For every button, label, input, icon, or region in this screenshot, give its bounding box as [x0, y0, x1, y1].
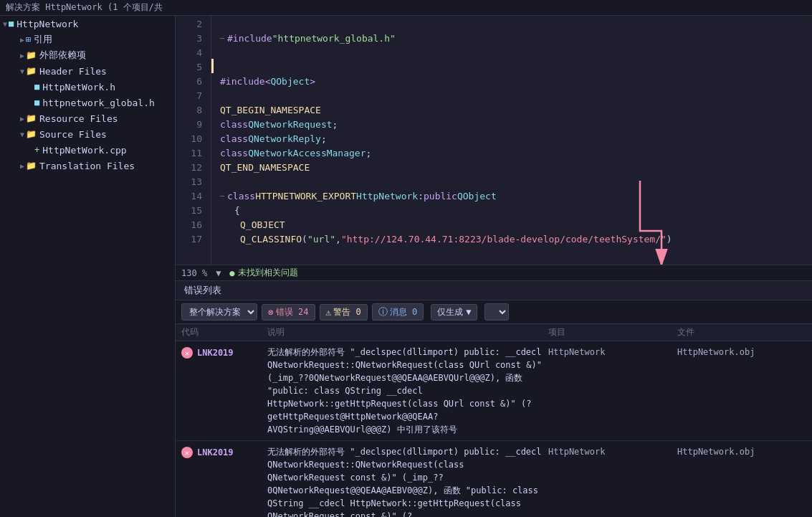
sidebar-item-external-deps[interactable]: ▶ 📁 外部依赖项	[0, 47, 175, 63]
code-line-2	[220, 17, 812, 32]
code-paren-17: (	[302, 232, 307, 247]
error-code-2: ✕ LNK2019	[181, 445, 267, 458]
code-line-15: {	[220, 204, 812, 218]
project-icon: ■	[9, 19, 14, 29]
code-line-7	[220, 89, 812, 103]
collapse-btn-3[interactable]: ─	[220, 32, 224, 46]
sidebar-label-refs: 引用	[34, 33, 52, 46]
sidebar-item-refs[interactable]: ▶ ⊞ 引用	[0, 32, 175, 47]
error-table[interactable]: 代码 说明 项目 文件 ✕ LNK2019 无法解析的外部符号 "_declsp…	[176, 324, 812, 517]
code-include-6: #include	[220, 75, 265, 89]
code-kw-14: class	[227, 189, 255, 204]
line-num-10: 10	[176, 132, 202, 146]
error-badge-warnings[interactable]: ⚠ 警告 0	[320, 304, 368, 321]
expand-icon-sources: ▼	[20, 131, 24, 138]
line-numbers: 2 3 4 5 6 7 8 9 10 11 12 13 14 15 16 17	[176, 16, 211, 265]
code-line-9: class QNetworkRequest;	[220, 118, 812, 132]
build-only-label: 仅生成	[437, 306, 463, 318]
editor-area: 2 3 4 5 6 7 8 9 10 11 12 13 14 15 16 17	[176, 16, 812, 517]
error-badge-errors[interactable]: ⊗ 错误 24	[262, 304, 315, 321]
line-num-7: 7	[176, 89, 202, 103]
line-num-4: 4	[176, 46, 202, 60]
sidebar-item-translation-files[interactable]: ▶ 📁 Translation Files	[0, 158, 175, 174]
code-macro-8: QT_BEGIN_NAMESPACE	[220, 103, 321, 118]
error-filter-select[interactable]: 整个解决方案	[181, 303, 257, 321]
code-macro-12: QT_END_NAMESPACE	[220, 161, 310, 175]
ref-icon: ⊞	[26, 34, 31, 44]
check-icon: ●	[229, 268, 234, 278]
line-num-5: 5	[176, 60, 202, 75]
sidebar: ▼ ■ HttpNetwork ▶ ⊞ 引用 ▶ 📁 外部依赖项 ▼ 📁 Hea…	[0, 16, 176, 517]
line-num-17: 17	[176, 232, 202, 247]
error-row-2[interactable]: ✕ LNK2019 无法解析的外部符号 "_declspec(dllimport…	[176, 441, 812, 517]
sidebar-item-source-files[interactable]: ▼ 📁 Source Files	[0, 126, 175, 142]
sidebar-item-resource-files[interactable]: ▶ 📁 Resource Files	[0, 110, 175, 126]
collapse-btn-14[interactable]: ─	[220, 189, 224, 204]
sidebar-label-source-files: Source Files	[39, 129, 107, 140]
error-x-icon-1: ✕	[181, 347, 193, 359]
col-header-project: 项目	[548, 326, 677, 338]
build-dropdown-select[interactable]	[484, 303, 509, 321]
sidebar-item-httpnetwork-global-h[interactable]: ▶ ■ httpnetwork_global.h	[0, 95, 175, 110]
cpp-file-icon: +	[34, 145, 39, 155]
status-bar: 130 % ▼ ● 未找到相关问题	[176, 265, 812, 280]
line-num-14: 14	[176, 189, 202, 204]
folder-icon-deps: 📁	[26, 50, 37, 60]
expand-icon-headers: ▼	[20, 67, 24, 75]
code-cls-9: QNetworkRequest	[248, 118, 332, 132]
sidebar-label-httpnetwork: HttpNetwork	[16, 19, 78, 29]
h-file-icon: ■	[34, 82, 39, 92]
top-bar-title: 解决方案 HttpNetwork (1 个项目/共	[6, 1, 163, 14]
code-include-3: #include	[227, 32, 272, 46]
build-only-button[interactable]: 仅生成 ▼	[431, 304, 477, 321]
error-row-1[interactable]: ✕ LNK2019 无法解析的外部符号 "_declspec(dllimport…	[176, 341, 812, 441]
sidebar-item-httpnetwork[interactable]: ▼ ■ HttpNetwork	[0, 16, 175, 32]
sidebar-label-translation-files: Translation Files	[39, 161, 135, 171]
code-paren-close-17: )	[667, 232, 672, 247]
error-code-label-1: LNK2019	[197, 348, 234, 358]
code-bracket-6: <	[265, 75, 271, 89]
code-cls-14: HttpNetwork	[356, 189, 418, 204]
sidebar-item-httpnetwork-cpp[interactable]: ▶ + HttpNetWork.cpp	[0, 142, 175, 158]
zoom-dropdown-icon[interactable]: ▼	[216, 268, 221, 278]
code-kw-11: class	[220, 146, 248, 161]
warn-count-label: 警告 0	[333, 306, 360, 318]
code-line-4	[220, 46, 812, 60]
code-line-8: QT_BEGIN_NAMESPACE	[220, 103, 812, 118]
col-header-file: 文件	[677, 326, 806, 338]
code-cls-11: QNetworkAccessManager	[248, 146, 366, 161]
code-kw-9: class	[220, 118, 248, 132]
error-count-label: 错误 24	[276, 306, 309, 318]
error-desc-2: 无法解析的外部符号 "_declspec(dllimport) public: …	[267, 445, 548, 517]
sidebar-item-header-files[interactable]: ▼ 📁 Header Files	[0, 63, 175, 79]
top-bar: 解决方案 HttpNetwork (1 个项目/共	[0, 0, 812, 16]
error-badge-info[interactable]: ⓘ 消息 0	[372, 303, 424, 321]
error-badge-icon: ⊗	[268, 307, 274, 318]
sidebar-label-httpnetwork-h: HttpNetWork.h	[42, 82, 115, 93]
code-line-10: class QNetworkReply;	[220, 132, 812, 146]
status-ok-indicator: ● 未找到相关问题	[229, 267, 297, 279]
yellow-line-marker	[211, 59, 214, 73]
expand-icon: ▼	[3, 20, 7, 28]
error-panel-title: 错误列表	[176, 281, 812, 300]
line-num-16: 16	[176, 218, 202, 232]
code-comma-17: ,	[335, 232, 341, 247]
sidebar-item-httpnetwork-h[interactable]: ▶ ■ HttpNetWork.h	[0, 79, 175, 95]
error-project-1: HttpNetwork	[548, 346, 677, 357]
col-header-desc: 说明	[267, 326, 548, 338]
error-panel-title-text: 错误列表	[184, 285, 221, 295]
line-num-13: 13	[176, 175, 202, 189]
code-brace-15: {	[234, 204, 240, 218]
error-table-header: 代码 说明 项目 文件	[176, 324, 812, 341]
code-lines[interactable]: ─ #include "httpnetwork_global.h" #inclu…	[211, 16, 812, 265]
error-project-2: HttpNetwork	[548, 445, 677, 457]
code-line-6: #include <QObject>	[220, 75, 812, 89]
code-public-14: public	[424, 189, 457, 204]
folder-icon-translations: 📁	[26, 161, 37, 171]
info-badge-icon: ⓘ	[378, 305, 388, 318]
error-file-1: HttpNetwork.obj	[677, 346, 806, 357]
code-kw-10: class	[220, 132, 248, 146]
code-content: 2 3 4 5 6 7 8 9 10 11 12 13 14 15 16 17	[176, 16, 812, 265]
info-count-label: 消息 0	[390, 306, 417, 318]
warn-badge-icon: ⚠	[326, 307, 332, 318]
